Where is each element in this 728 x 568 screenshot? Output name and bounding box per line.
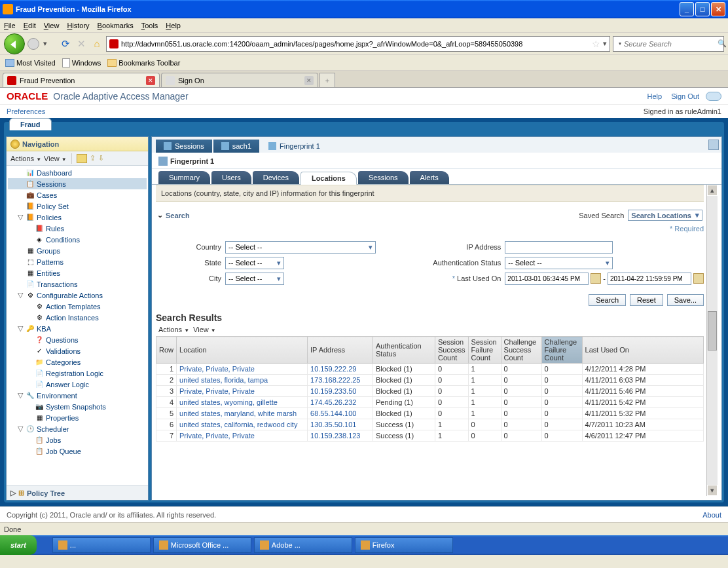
saved-search-select[interactable]: Search Locations ▾ bbox=[628, 210, 702, 221]
browser-tab-inactive[interactable]: Sign On ✕ bbox=[161, 73, 318, 87]
ip-input[interactable] bbox=[505, 241, 613, 254]
ip-link[interactable]: 10.159.238.123 bbox=[310, 432, 360, 440]
reset-button[interactable]: Reset bbox=[630, 294, 663, 306]
tree-item-jobs[interactable]: 📋Jobs bbox=[8, 434, 147, 445]
location-link[interactable]: united states, wyoming, gillette bbox=[179, 398, 278, 406]
col-challenge-success-count[interactable]: Challenge Success Count bbox=[501, 337, 541, 364]
tree-item-conditions[interactable]: ◈Conditions bbox=[8, 234, 147, 245]
tree-item-rules[interactable]: 📕Rules bbox=[8, 223, 147, 234]
tree-item-cases[interactable]: 💼Cases bbox=[8, 189, 147, 200]
tree-item-validations[interactable]: ✓Validations bbox=[8, 345, 147, 356]
menu-tools[interactable]: Tools bbox=[141, 22, 158, 29]
search-dropdown-icon[interactable]: ▾ bbox=[619, 41, 621, 47]
save-button[interactable]: Save... bbox=[667, 294, 704, 306]
expand-icon[interactable]: ▽ bbox=[17, 391, 24, 400]
calendar-icon[interactable] bbox=[591, 273, 601, 284]
workspace-tab-fraud[interactable]: Fraud bbox=[9, 118, 52, 130]
tab-close-button[interactable]: ✕ bbox=[146, 76, 155, 85]
table-row[interactable]: 2united states, florida, tampa173.168.22… bbox=[156, 375, 704, 386]
calendar-icon[interactable] bbox=[693, 273, 704, 284]
signout-link[interactable]: Sign Out bbox=[671, 92, 699, 100]
state-select[interactable]: -- Select --▾ bbox=[225, 257, 284, 269]
tree-item-groups[interactable]: ▦Groups bbox=[8, 245, 147, 256]
col-row[interactable]: Row bbox=[156, 337, 177, 364]
tree-item-job-queue[interactable]: 📋Job Queue bbox=[8, 445, 147, 457]
url-input[interactable] bbox=[121, 40, 589, 48]
main-tab-sessions[interactable]: Sessions bbox=[156, 140, 212, 153]
subtab-locations[interactable]: Locations bbox=[300, 172, 357, 185]
tree-item-configurable-actions[interactable]: ▽⚙Configurable Actions bbox=[8, 290, 147, 301]
close-button[interactable]: ✕ bbox=[711, 2, 725, 16]
nav-tool-icon[interactable]: ⇪ bbox=[90, 154, 96, 162]
tree-item-system-snapshots[interactable]: 📷System Snapshots bbox=[8, 401, 147, 412]
ip-link[interactable]: 174.45.26.232 bbox=[310, 398, 356, 406]
expand-icon[interactable]: ▽ bbox=[17, 324, 24, 333]
nav-view-menu[interactable]: View ▼ bbox=[44, 155, 67, 162]
nav-footer-policy-tree[interactable]: ▷ ⊞ Policy Tree bbox=[7, 485, 148, 500]
table-row[interactable]: 7Private, Private, Private10.159.238.123… bbox=[156, 430, 704, 442]
taskbar-item[interactable]: Adobe ... bbox=[254, 537, 352, 553]
tree-item-transactions[interactable]: 📄Transactions bbox=[8, 278, 147, 290]
menu-help[interactable]: Help bbox=[166, 22, 181, 29]
tree-item-properties[interactable]: ▦Properties bbox=[8, 412, 147, 423]
col-session-failure-count[interactable]: Session Failure Count bbox=[468, 337, 501, 364]
col-challenge-failure-count[interactable]: Challenge Failure Count bbox=[541, 337, 582, 364]
tree-item-registration-logic[interactable]: 📄Registration Logic bbox=[8, 368, 147, 379]
nav-actions-menu[interactable]: Actions ▼ bbox=[10, 155, 41, 162]
taskbar-item[interactable]: ... bbox=[52, 537, 151, 553]
taskbar-item[interactable]: Microsoft Office ... bbox=[153, 537, 251, 553]
ip-link[interactable]: 10.159.222.29 bbox=[310, 365, 356, 373]
main-tab-sach1[interactable]: sach1 bbox=[213, 140, 259, 153]
table-row[interactable]: 5united states, maryland, white marsh68.… bbox=[156, 408, 704, 419]
location-link[interactable]: Private, Private, Private bbox=[179, 432, 255, 440]
date-from-input[interactable] bbox=[505, 273, 589, 285]
search-input[interactable] bbox=[624, 40, 715, 48]
tree-item-kba[interactable]: ▽🔑KBA bbox=[8, 323, 147, 334]
location-link[interactable]: united states, california, redwood city bbox=[179, 421, 297, 428]
bookmark-most-visited[interactable]: Most Visited bbox=[5, 59, 56, 67]
menu-bookmarks[interactable]: Bookmarks bbox=[98, 22, 134, 29]
url-dropdown-icon[interactable]: ▾ bbox=[603, 39, 607, 48]
forward-button[interactable] bbox=[27, 38, 39, 50]
tree-item-action-instances[interactable]: ⚙Action Instances bbox=[8, 312, 147, 323]
location-link[interactable]: united states, florida, tampa bbox=[179, 376, 268, 384]
tree-item-policy-set[interactable]: 📙Policy Set bbox=[8, 200, 147, 212]
search-button[interactable]: Search bbox=[589, 294, 626, 306]
collapse-icon[interactable]: ⌄ bbox=[157, 211, 163, 219]
location-link[interactable]: united states, maryland, white marsh bbox=[179, 409, 297, 417]
tree-item-policies[interactable]: ▽📙Policies bbox=[8, 212, 147, 223]
stop-button[interactable]: ✕ bbox=[75, 37, 88, 50]
scroll-up-icon[interactable]: ▴ bbox=[707, 185, 718, 196]
bookmark-star-icon[interactable]: ☆ bbox=[592, 39, 600, 49]
home-button[interactable]: ⌂ bbox=[90, 37, 103, 50]
expand-icon[interactable]: ▽ bbox=[17, 425, 24, 433]
browser-tab-active[interactable]: Fraud Prevention ✕ bbox=[3, 73, 160, 87]
ip-link[interactable]: 130.35.50.101 bbox=[310, 421, 356, 428]
menu-history[interactable]: History bbox=[67, 22, 89, 29]
table-row[interactable]: 1Private, Private, Private10.159.222.29B… bbox=[156, 364, 704, 375]
col-last-used-on[interactable]: Last Used On bbox=[582, 337, 703, 364]
nav-tool-icon[interactable]: ⇩ bbox=[98, 154, 104, 162]
table-row[interactable]: 4united states, wyoming, gillette174.45.… bbox=[156, 397, 704, 408]
col-session-success-count[interactable]: Session Success Count bbox=[435, 337, 469, 364]
location-link[interactable]: Private, Private, Private bbox=[179, 387, 255, 395]
tree-item-entities[interactable]: ▦Entities bbox=[8, 267, 147, 278]
date-to-input[interactable] bbox=[608, 273, 691, 285]
new-tab-button[interactable]: + bbox=[319, 73, 335, 87]
minimize-button[interactable]: _ bbox=[680, 2, 694, 16]
subtab-summary[interactable]: Summary bbox=[158, 171, 210, 184]
auth-status-select[interactable]: -- Select --▾ bbox=[505, 257, 613, 269]
about-link[interactable]: About bbox=[702, 511, 721, 519]
subtab-sessions[interactable]: Sessions bbox=[358, 171, 409, 184]
col-location[interactable]: Location bbox=[177, 337, 308, 364]
help-link[interactable]: Help bbox=[647, 92, 663, 100]
maximize-button[interactable]: □ bbox=[695, 2, 710, 16]
ip-link[interactable]: 68.55.144.100 bbox=[310, 409, 356, 417]
location-link[interactable]: Private, Private, Private bbox=[179, 365, 255, 373]
scroll-down-icon[interactable]: ▾ bbox=[707, 485, 718, 496]
preferences-link[interactable]: Preferences bbox=[7, 107, 45, 115]
search-bar[interactable]: ▾ 🔍 bbox=[613, 36, 724, 52]
tab-close-button[interactable]: ✕ bbox=[304, 76, 314, 85]
start-button[interactable]: start bbox=[0, 535, 37, 555]
bookmark-toolbar-folder[interactable]: Bookmarks Toolbar bbox=[107, 59, 180, 67]
